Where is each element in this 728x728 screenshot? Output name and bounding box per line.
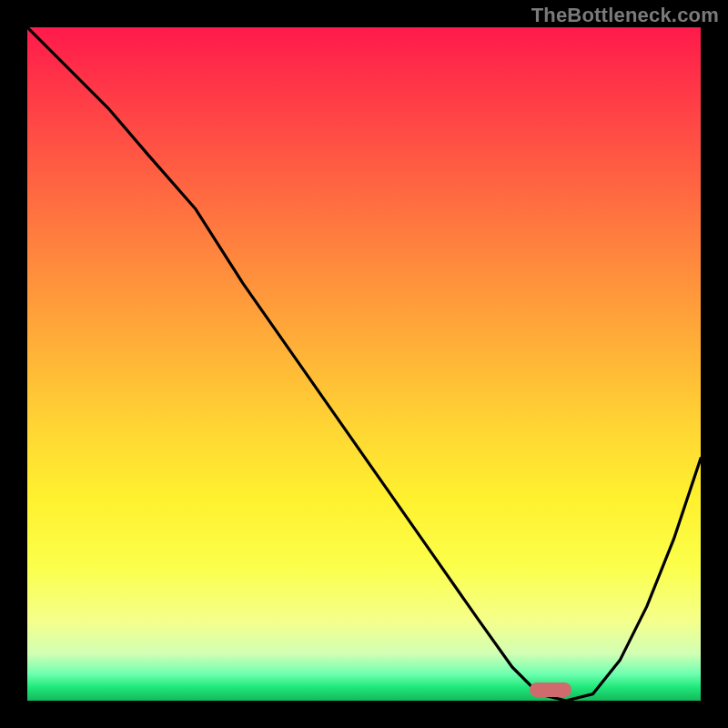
chart-frame: TheBottleneck.com bbox=[0, 0, 728, 728]
watermark-text: TheBottleneck.com bbox=[531, 4, 719, 27]
bottleneck-curve bbox=[27, 27, 701, 701]
optimal-point-marker bbox=[530, 682, 571, 697]
